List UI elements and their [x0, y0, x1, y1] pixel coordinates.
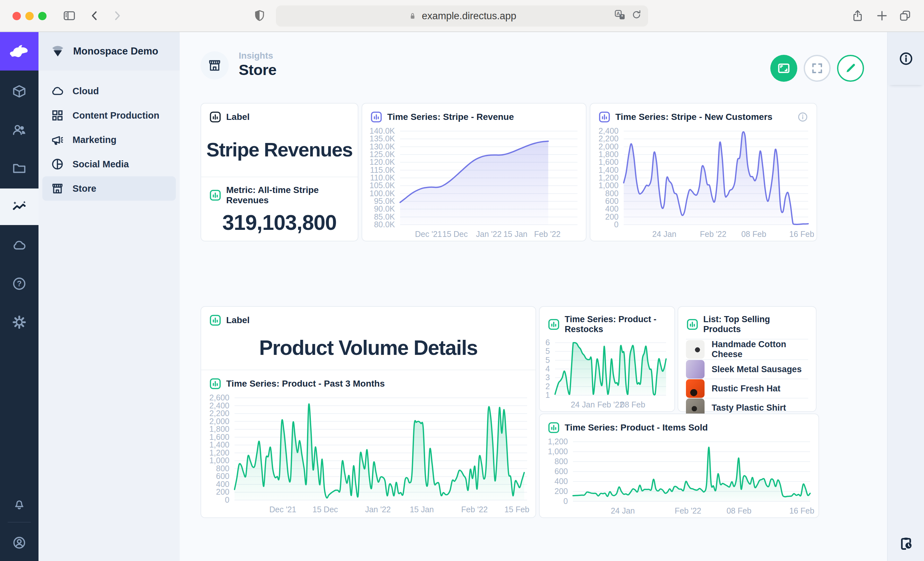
svg-text:16 Feb: 16 Feb	[789, 506, 814, 515]
list-item[interactable]: Rustic Fresh Hat	[686, 378, 808, 398]
info-icon	[898, 51, 914, 66]
translate-icon[interactable]: A*	[614, 8, 626, 24]
product-thumbnail	[686, 340, 705, 359]
svg-text:08 Feb: 08 Feb	[741, 229, 766, 238]
insights-icon	[12, 199, 27, 214]
svg-text:24 Jan: 24 Jan	[571, 400, 595, 409]
cloud-icon	[12, 238, 27, 253]
svg-text:5: 5	[545, 356, 550, 365]
directus-logo[interactable]	[0, 32, 39, 70]
fullscreen-button[interactable]	[804, 55, 831, 82]
svg-text:3: 3	[545, 373, 550, 382]
svg-text:6: 6	[545, 338, 550, 347]
svg-text:0: 0	[225, 495, 230, 504]
storefront-icon	[51, 182, 64, 195]
svg-text:15 Jan: 15 Jan	[410, 505, 434, 514]
project-name: Monospace Demo	[73, 45, 158, 57]
panel-header: Time Series: Product - Items Sold	[540, 414, 819, 437]
svg-text:16 Feb: 16 Feb	[789, 229, 814, 238]
info-sidebar-button[interactable]	[888, 32, 924, 85]
panel-info-button[interactable]	[797, 112, 808, 123]
traffic-close-button[interactable]	[12, 12, 21, 20]
new-tab-icon[interactable]	[875, 9, 889, 22]
panel-title: Time Series: Stripe - Revenue	[387, 112, 514, 122]
cloud-icon	[51, 84, 64, 98]
svg-text:600: 600	[554, 467, 568, 476]
tab-overview-icon[interactable]	[898, 9, 912, 22]
screen: example.directus.app A*	[0, 0, 924, 561]
sidebar-item-cloud[interactable]: Cloud	[42, 79, 176, 103]
svg-text:5: 5	[545, 347, 550, 356]
list-item[interactable]: Sleek Metal Sausages	[686, 359, 808, 378]
product-name: Rustic Fresh Hat	[712, 384, 781, 393]
forward-button-icon[interactable]	[111, 9, 123, 22]
label-text: Stripe Revenues	[201, 126, 358, 177]
svg-text:0: 0	[614, 220, 619, 229]
sidebar-item-social-media[interactable]: Social Media	[42, 152, 176, 176]
pie-icon	[51, 157, 64, 171]
module-users[interactable]	[0, 112, 39, 148]
svg-text:15 Jan: 15 Jan	[503, 229, 528, 238]
fullscreen-icon	[810, 61, 824, 75]
svg-text:08 Feb: 08 Feb	[620, 400, 645, 409]
privacy-shield-icon[interactable]	[253, 9, 266, 22]
svg-text:Feb '22: Feb '22	[597, 400, 624, 409]
project-header[interactable]: Monospace Demo	[39, 32, 180, 70]
module-help[interactable]: ?	[0, 265, 39, 302]
list-item[interactable]: Handmade Cotton Cheese	[686, 339, 808, 359]
module-cloud[interactable]	[0, 227, 39, 263]
sidebar-item-content-production[interactable]: Content Production	[42, 103, 176, 127]
module-insights[interactable]	[0, 188, 39, 225]
back-button-icon[interactable]	[88, 9, 101, 22]
user-avatar[interactable]	[0, 524, 39, 561]
svg-text:Jan '22: Jan '22	[476, 229, 502, 238]
module-content[interactable]	[0, 73, 39, 110]
help-icon: ?	[12, 276, 27, 291]
svg-text:Dec '21: Dec '21	[269, 505, 296, 514]
panel-header: Time Series: Stripe - Revenue	[362, 103, 586, 126]
panel-title: Time Series: Stripe - New Customers	[615, 112, 772, 122]
traffic-zoom-button[interactable]	[38, 12, 46, 20]
activity-log-button[interactable]	[898, 536, 914, 552]
notifications-bell[interactable]	[0, 485, 39, 522]
reload-icon[interactable]	[631, 9, 642, 23]
auto-refresh-button[interactable]	[770, 55, 797, 82]
breadcrumb[interactable]: Insights	[239, 51, 273, 61]
panel-title: Label	[226, 112, 250, 122]
panel-stripe-new-customers: Time Series: Stripe - New Customers 2,40…	[590, 103, 817, 241]
label-panel-icon	[210, 314, 221, 326]
sidebar-item-store[interactable]: Store	[42, 176, 176, 200]
bell-icon	[12, 497, 26, 511]
panel-title: Label	[226, 315, 250, 325]
svg-text:15 Feb: 15 Feb	[504, 505, 530, 514]
megaphone-icon	[51, 133, 64, 147]
svg-text:24 Jan: 24 Jan	[611, 506, 635, 515]
svg-text:1: 1	[545, 390, 550, 399]
svg-text:Feb '22: Feb '22	[675, 506, 701, 515]
project-logo-icon	[50, 43, 66, 60]
chart-stripe-revenue: 140.0K135.0K130.0K125.0K120.0K115.0K110.…	[365, 127, 583, 241]
page-title: Store	[239, 61, 276, 79]
sidebar-toggle-icon[interactable]	[63, 9, 76, 22]
panel-product-items-sold: Time Series: Product - Items Sold 1,2001…	[539, 414, 819, 518]
module-settings[interactable]	[0, 304, 39, 340]
time-series-icon	[598, 111, 610, 123]
browser-chrome: example.directus.app A*	[0, 0, 924, 32]
url-text: example.directus.app	[422, 10, 516, 22]
product-name: Tasty Plastic Shirt	[712, 403, 786, 413]
svg-text:400: 400	[554, 477, 568, 486]
url-bar[interactable]: example.directus.app A*	[276, 6, 648, 27]
traffic-minimize-button[interactable]	[26, 12, 34, 20]
gear-icon	[12, 315, 27, 329]
user-circle-icon	[12, 536, 27, 550]
svg-text:1,000: 1,000	[548, 447, 568, 456]
sidebar-item-label: Content Production	[72, 110, 159, 121]
panel-stripe-revenue: Time Series: Stripe - Revenue 140.0K135.…	[362, 103, 586, 241]
clipboard-clock-icon	[898, 536, 914, 551]
list-panel-icon	[687, 319, 698, 330]
sidebar-item-marketing[interactable]: Marketing	[42, 127, 176, 152]
edit-dashboard-button[interactable]	[837, 55, 864, 82]
module-files[interactable]	[0, 150, 39, 187]
share-icon[interactable]	[851, 9, 864, 22]
directus-app: ? Monospace Demo Cloud	[0, 32, 924, 561]
